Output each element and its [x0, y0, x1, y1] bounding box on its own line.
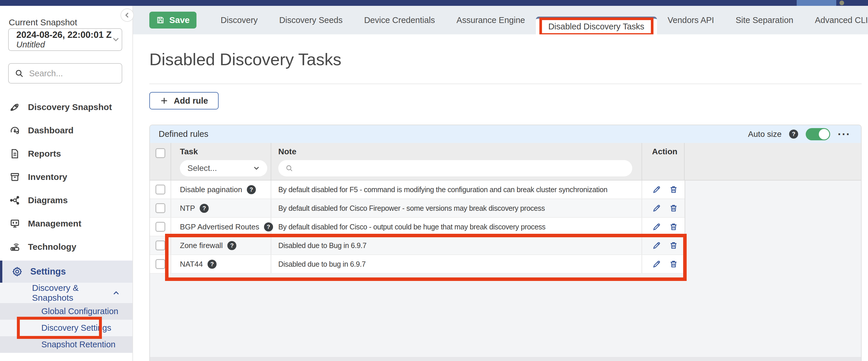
task-name: Disable pagination [180, 185, 242, 194]
tab-content: Disabled Discovery Tasks Add rule Define… [132, 34, 868, 361]
add-rule-button[interactable]: Add rule [149, 92, 219, 110]
sidebar-item-label: Management [28, 219, 81, 229]
sidebar-item-discovery-snapshot[interactable]: Discovery Snapshot [0, 95, 132, 119]
delete-icon[interactable] [669, 260, 678, 269]
delete-icon[interactable] [669, 185, 678, 194]
rocket-icon [9, 101, 20, 113]
gear-icon [12, 266, 23, 277]
sidebar-item-snapshot-retention[interactable]: Snapshot Retention [0, 336, 132, 353]
tab-disabled-discovery-tasks[interactable]: Disabled Discovery Tasks [536, 17, 657, 34]
row-checkbox[interactable] [155, 240, 165, 250]
tab-site-separation[interactable]: Site Separation [725, 16, 804, 25]
auto-size-toggle[interactable] [806, 128, 830, 140]
delete-icon[interactable] [669, 241, 678, 250]
sidebar-item-diagrams[interactable]: Diagrams [0, 189, 132, 212]
delete-icon[interactable] [669, 222, 678, 232]
sidebar-item-settings[interactable]: Settings [0, 261, 132, 283]
search-icon [285, 164, 293, 172]
help-icon[interactable]: ? [247, 185, 256, 194]
gauge-icon [9, 125, 20, 136]
monitor-icon [9, 218, 20, 229]
column-header-action: Action [652, 147, 684, 156]
table-header-row: Task Select... Note [150, 143, 861, 181]
toggle-knob [819, 129, 829, 140]
edit-icon[interactable] [652, 222, 661, 232]
page-title: Disabled Discovery Tasks [149, 50, 341, 69]
sidebar-item-management[interactable]: Management [0, 212, 132, 235]
snapshot-select[interactable]: 2024-08-26, 22:00:01 Z Untitled [8, 28, 122, 51]
sidebar-item-dashboard[interactable]: Dashboard [0, 119, 132, 142]
sidebar-item-label: Discovery & Snapshots [32, 283, 112, 303]
note-filter-input[interactable] [298, 163, 619, 173]
row-checkbox[interactable] [155, 222, 165, 232]
sidebar-item-global-configuration[interactable]: Global Configuration [0, 303, 132, 320]
panel-title: Defined rules [159, 129, 209, 139]
top-navy-bar [0, 0, 868, 6]
help-icon[interactable]: ? [789, 129, 798, 139]
task-name: BGP Advertised Routes [180, 222, 259, 232]
help-icon[interactable]: ? [227, 241, 236, 250]
floppy-icon [156, 16, 165, 25]
current-snapshot-label: Current Snapshot [9, 18, 77, 27]
note-text: By default disabled for F5 - command is … [278, 185, 608, 194]
tab-vendors-api[interactable]: Vendors API [657, 16, 725, 25]
edit-icon[interactable] [652, 241, 661, 250]
defined-rules-panel: Defined rules Auto size ? ··· Task Selec… [149, 125, 862, 361]
search-input[interactable] [29, 68, 114, 79]
sidebar-item-label: Discovery Snapshot [28, 102, 112, 112]
title-divider [149, 84, 862, 84]
help-icon[interactable]: ? [200, 204, 209, 213]
tab-list: Discovery Discovery Seeds Device Credent… [210, 6, 868, 34]
tab-discovery[interactable]: Discovery [210, 16, 268, 25]
delete-icon[interactable] [669, 204, 678, 213]
more-options-icon[interactable]: ··· [838, 131, 850, 137]
task-name: NTP [180, 204, 195, 213]
tab-advanced-cli[interactable]: Advanced CLI [804, 16, 868, 25]
sidebar-item-discovery-and-snapshots[interactable]: Discovery & Snapshots [0, 283, 132, 303]
tab-device-credentials[interactable]: Device Credentials [353, 16, 446, 25]
sidebar-search[interactable] [8, 63, 122, 84]
tab-assurance-engine[interactable]: Assurance Engine [446, 16, 535, 25]
sidebar-item-label: Global Configuration [41, 306, 118, 316]
save-button[interactable]: Save [149, 12, 196, 29]
note-text: Disabled due to bug in 6.9.7 [278, 260, 366, 268]
row-checkbox[interactable] [155, 259, 165, 269]
sidebar-item-reports[interactable]: Reports [0, 142, 132, 166]
table-row: BGP Advertised Routes? By default disabl… [150, 218, 685, 236]
auto-size-label: Auto size [748, 129, 781, 139]
column-header-note: Note [278, 147, 637, 156]
user-avatar[interactable] [839, 1, 844, 5]
table-row: NTP? By default disabled for Cisco Firep… [150, 199, 685, 218]
sidebar-item-discovery-settings[interactable]: Discovery Settings [0, 320, 132, 336]
sidebar-nav: Discovery Snapshot Dashboard Reports Inv… [0, 95, 132, 259]
edit-icon[interactable] [652, 260, 661, 269]
edit-icon[interactable] [652, 204, 661, 213]
select-all-checkbox[interactable] [155, 148, 165, 158]
horizontal-scrollbar[interactable] [150, 357, 861, 361]
tab-discovery-seeds[interactable]: Discovery Seeds [268, 16, 353, 25]
annotation-rect-active-tab: Disabled Discovery Tasks [539, 18, 653, 36]
main-area: Save Discovery Discovery Seeds Device Cr… [132, 6, 868, 361]
router-icon [9, 241, 20, 252]
table-row: NAT44? Disabled due to bug in 6.9.7 [150, 255, 685, 274]
row-checkbox[interactable] [155, 185, 165, 194]
snapshot-date: 2024-08-26, 22:00:01 Z [16, 30, 112, 40]
topbar-highlight-segment [797, 0, 836, 6]
sidebar-item-label: Technology [28, 242, 76, 252]
table-row: Disable pagination? By default disabled … [150, 181, 685, 199]
table-row: Zone firewall? Disabled due to Bug in 6.… [150, 236, 685, 255]
sidebar-collapse-button[interactable] [121, 8, 134, 22]
task-filter-select[interactable]: Select... [180, 160, 267, 176]
sidebar-item-inventory[interactable]: Inventory [0, 166, 132, 189]
sidebar-item-technology[interactable]: Technology [0, 235, 132, 259]
sidebar-item-label: Inventory [28, 172, 67, 182]
table-rows: Disable pagination? By default disabled … [150, 181, 685, 274]
chevron-down-icon [253, 164, 260, 172]
row-checkbox[interactable] [155, 203, 165, 213]
help-icon[interactable]: ? [208, 260, 217, 269]
note-filter-search[interactable] [278, 160, 632, 176]
sidebar-item-label: Snapshot Retention [41, 340, 116, 349]
snapshot-name: Untitled [16, 40, 112, 50]
edit-icon[interactable] [652, 185, 661, 194]
chevron-up-icon [112, 289, 120, 297]
